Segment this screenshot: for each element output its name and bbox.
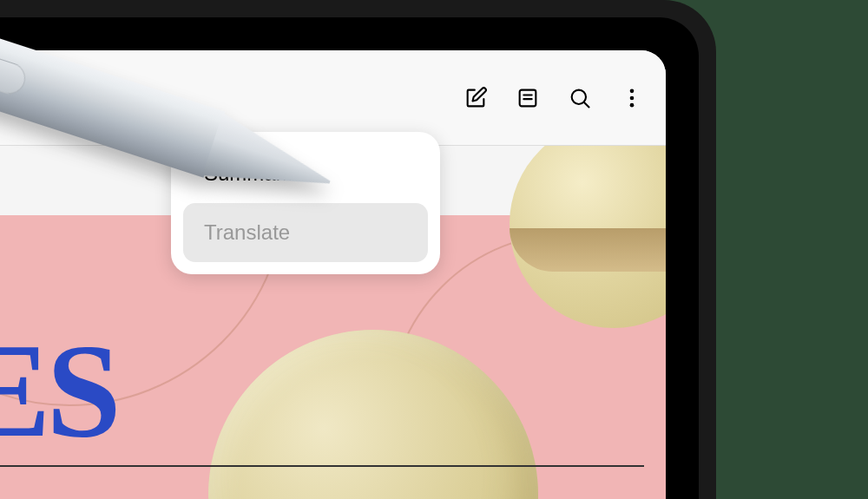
list-button[interactable]: [516, 86, 540, 110]
search-icon: [568, 86, 592, 110]
svg-rect-0: [520, 89, 536, 106]
svg-point-5: [630, 89, 635, 93]
edit-icon: [464, 86, 488, 110]
document-title-fragment: ES: [0, 324, 117, 458]
more-vertical-icon: [620, 86, 644, 110]
edit-button[interactable]: [464, 86, 488, 110]
menu-item-translate[interactable]: Translate: [183, 203, 428, 262]
page-divider: [0, 465, 644, 467]
document-image: [510, 228, 666, 272]
svg-line-4: [584, 102, 589, 107]
more-options-button[interactable]: [620, 86, 644, 110]
svg-point-6: [630, 95, 635, 100]
list-icon: [516, 86, 540, 110]
svg-point-7: [630, 102, 635, 107]
search-button[interactable]: [568, 86, 592, 110]
